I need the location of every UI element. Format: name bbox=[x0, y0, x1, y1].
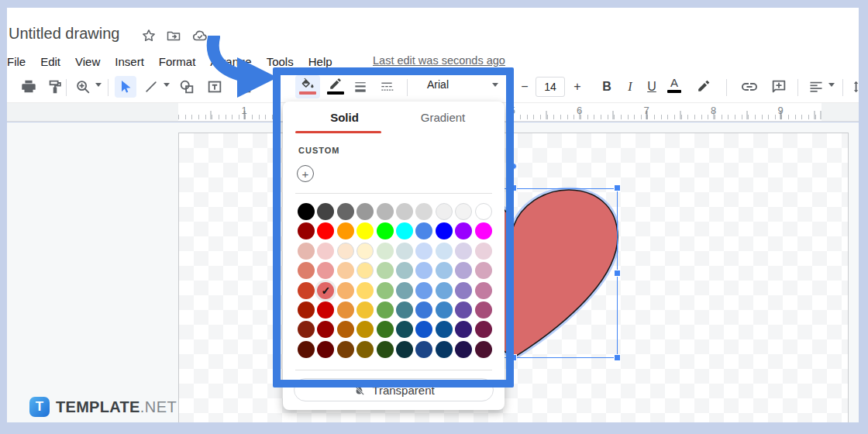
color-swatch-f4cccc[interactable] bbox=[317, 243, 334, 260]
color-swatch-0b5394[interactable] bbox=[436, 321, 453, 338]
color-swatch-4a86e8[interactable] bbox=[415, 222, 432, 239]
color-swatch-3d85c6[interactable] bbox=[436, 301, 453, 319]
underline-button[interactable]: U bbox=[642, 77, 661, 97]
color-swatch-8e7cc3[interactable] bbox=[455, 282, 472, 299]
color-swatch-274e13[interactable] bbox=[377, 341, 394, 358]
color-swatch-bf9000[interactable] bbox=[356, 321, 374, 338]
last-edit-status[interactable]: Last edit was seconds ago bbox=[373, 54, 505, 67]
color-swatch-9900ff[interactable] bbox=[455, 222, 472, 239]
align-dropdown-caret[interactable] bbox=[828, 83, 835, 87]
color-swatch-a64d79[interactable] bbox=[475, 301, 492, 319]
color-swatch-9fc5e8[interactable] bbox=[436, 262, 453, 279]
color-swatch-ffff00[interactable] bbox=[356, 222, 374, 239]
font-dropdown-caret[interactable] bbox=[492, 83, 498, 87]
color-swatch-d9ead3[interactable] bbox=[377, 243, 394, 260]
color-swatch-ff9900[interactable] bbox=[337, 222, 354, 239]
color-swatch-c9daf8[interactable] bbox=[415, 243, 432, 260]
color-swatch-ffffff[interactable] bbox=[475, 203, 492, 220]
color-swatch-666666[interactable] bbox=[337, 203, 354, 220]
font-size-decrease-button[interactable]: − bbox=[517, 77, 532, 97]
color-swatch-0c343d[interactable] bbox=[396, 341, 413, 358]
menu-format[interactable]: Format bbox=[159, 55, 196, 68]
transparent-button[interactable]: Transparent bbox=[294, 378, 494, 401]
font-family-select[interactable]: Arial bbox=[427, 78, 449, 91]
color-swatch-741b47[interactable] bbox=[475, 321, 492, 338]
menu-file[interactable]: File bbox=[7, 55, 26, 68]
zoom-dropdown-caret[interactable] bbox=[95, 83, 102, 87]
border-weight-button[interactable] bbox=[350, 76, 371, 98]
line-tool-button[interactable] bbox=[140, 76, 162, 98]
color-swatch-76a5af[interactable] bbox=[396, 282, 413, 299]
menu-insert[interactable]: Insert bbox=[115, 55, 144, 68]
color-swatch-ff00ff[interactable] bbox=[475, 222, 492, 239]
insert-comment-button[interactable] bbox=[768, 76, 790, 98]
color-swatch-85200c[interactable] bbox=[298, 321, 315, 338]
select-tool-button[interactable] bbox=[115, 76, 136, 98]
color-swatch-134f5c[interactable] bbox=[396, 321, 413, 338]
color-swatch-fce5cd[interactable] bbox=[337, 243, 354, 260]
color-swatch-073763[interactable] bbox=[436, 341, 453, 358]
color-swatch-5b0f00[interactable] bbox=[298, 341, 315, 358]
color-swatch-6d9eeb[interactable] bbox=[415, 282, 432, 299]
color-swatch-674ea7[interactable] bbox=[455, 301, 472, 319]
color-swatch-e69138[interactable] bbox=[337, 301, 354, 319]
color-swatch-dd7e6b[interactable] bbox=[298, 262, 315, 279]
selection-handle-bottom-center[interactable] bbox=[510, 354, 517, 361]
tab-gradient[interactable]: Gradient bbox=[394, 102, 492, 133]
color-swatch-ea9999[interactable] bbox=[317, 262, 334, 279]
color-swatch-434343[interactable] bbox=[317, 203, 334, 220]
color-swatch-f6b26b[interactable] bbox=[337, 282, 354, 299]
selection-handle-bottom-right[interactable] bbox=[614, 354, 621, 361]
menu-help[interactable]: Help bbox=[308, 55, 332, 68]
selection-handle-mid-right[interactable] bbox=[614, 270, 621, 277]
color-swatch-4c1130[interactable] bbox=[475, 341, 492, 358]
document-title[interactable]: Untitled drawing bbox=[9, 25, 119, 43]
color-swatch-c27ba0[interactable] bbox=[475, 282, 492, 299]
color-swatch-b6d7a8[interactable] bbox=[377, 262, 394, 279]
text-color-button[interactable]: A bbox=[664, 75, 684, 98]
color-swatch-ffd966[interactable] bbox=[356, 282, 374, 299]
color-swatch-00ff00[interactable] bbox=[377, 222, 394, 239]
color-swatch-660000[interactable] bbox=[317, 341, 334, 358]
color-swatch-3c78d8[interactable] bbox=[415, 301, 432, 319]
color-swatch-d0e0e3[interactable] bbox=[396, 243, 413, 260]
color-swatch-0000ff[interactable] bbox=[436, 222, 453, 239]
tab-solid[interactable]: Solid bbox=[295, 102, 394, 133]
print-button[interactable] bbox=[18, 76, 40, 98]
zoom-tool-button[interactable] bbox=[72, 76, 94, 98]
color-swatch-00ffff[interactable] bbox=[396, 222, 413, 239]
color-swatch-d9d2e9[interactable] bbox=[455, 243, 472, 260]
font-size-field[interactable]: 14 bbox=[536, 77, 565, 97]
color-swatch-f3f3f3[interactable] bbox=[455, 203, 472, 220]
color-swatch-980000[interactable] bbox=[298, 222, 315, 239]
color-swatch-cc4125[interactable] bbox=[298, 282, 315, 299]
color-swatch-6fa8dc[interactable] bbox=[436, 282, 453, 299]
color-swatch-ff0000[interactable] bbox=[317, 222, 334, 239]
color-swatch-e06666[interactable]: ✓ bbox=[317, 282, 334, 299]
color-swatch-f9cb9c[interactable] bbox=[337, 262, 354, 279]
color-swatch-6aa84f[interactable] bbox=[377, 301, 394, 319]
color-swatch-7f6000[interactable] bbox=[356, 341, 374, 358]
color-swatch-d5a6bd[interactable] bbox=[475, 262, 492, 279]
selection-handle-top-right[interactable] bbox=[614, 184, 621, 191]
color-swatch-b7b7b7[interactable] bbox=[377, 203, 394, 220]
color-swatch-efefef[interactable] bbox=[436, 203, 453, 220]
star-icon[interactable] bbox=[140, 27, 157, 44]
color-swatch-990000[interactable] bbox=[317, 321, 334, 338]
color-swatch-a2c4c9[interactable] bbox=[396, 262, 413, 279]
menu-view[interactable]: View bbox=[75, 55, 100, 68]
color-swatch-93c47d[interactable] bbox=[377, 282, 394, 299]
line-spacing-button[interactable] bbox=[850, 76, 868, 98]
color-swatch-fff2cc[interactable] bbox=[356, 243, 374, 260]
color-swatch-cccccc[interactable] bbox=[396, 203, 413, 220]
border-dash-button[interactable] bbox=[376, 76, 398, 98]
color-swatch-b4a7d6[interactable] bbox=[455, 262, 472, 279]
color-swatch-38761d[interactable] bbox=[377, 321, 394, 338]
border-color-button[interactable] bbox=[323, 75, 348, 98]
color-swatch-20124d[interactable] bbox=[455, 341, 472, 358]
color-swatch-e6b8af[interactable] bbox=[298, 243, 315, 260]
add-custom-color-button[interactable]: + bbox=[297, 165, 314, 182]
menu-edit[interactable]: Edit bbox=[40, 55, 60, 68]
color-swatch-000000[interactable] bbox=[298, 203, 315, 220]
paint-format-button[interactable] bbox=[44, 76, 66, 98]
